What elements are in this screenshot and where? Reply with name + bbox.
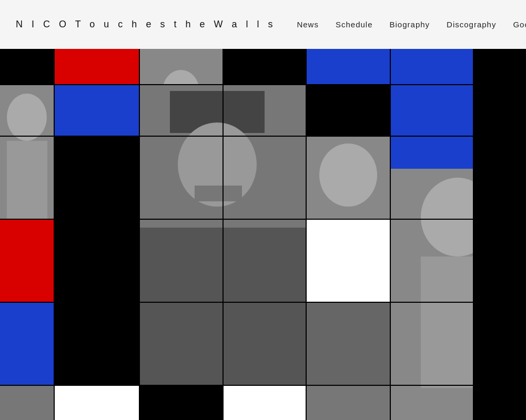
svg-point-25: [7, 94, 47, 141]
main-nav: News Schedule Biography Discography Good…: [297, 20, 526, 29]
svg-rect-12: [54, 385, 139, 420]
svg-rect-2: [306, 49, 390, 85]
svg-rect-26: [7, 141, 47, 220]
svg-rect-33: [306, 302, 390, 385]
nav-goods[interactable]: Goods: [513, 20, 526, 29]
svg-rect-8: [0, 219, 54, 302]
svg-rect-9: [306, 219, 390, 302]
svg-rect-30: [0, 385, 54, 420]
svg-rect-4: [54, 85, 139, 136]
main-content: [0, 49, 526, 420]
nav-news[interactable]: News: [297, 20, 319, 29]
nav-discography[interactable]: Discography: [447, 20, 496, 29]
header: N I C O T o u c h e s t h e W a l l s Ne…: [0, 0, 526, 49]
svg-rect-6: [390, 85, 474, 169]
svg-rect-35: [0, 49, 54, 85]
site-logo[interactable]: N I C O T o u c h e s t h e W a l l s: [16, 19, 276, 30]
nav-biography[interactable]: Biography: [390, 20, 430, 29]
svg-rect-1: [54, 49, 139, 85]
svg-rect-10: [0, 302, 54, 385]
svg-point-32: [319, 144, 377, 207]
mosaic-grid: [0, 49, 526, 420]
svg-rect-13: [223, 385, 306, 420]
svg-rect-36: [473, 49, 526, 420]
svg-rect-34: [306, 385, 390, 420]
svg-rect-3: [390, 49, 474, 85]
svg-rect-22: [195, 186, 242, 201]
nav-schedule[interactable]: Schedule: [336, 20, 373, 29]
